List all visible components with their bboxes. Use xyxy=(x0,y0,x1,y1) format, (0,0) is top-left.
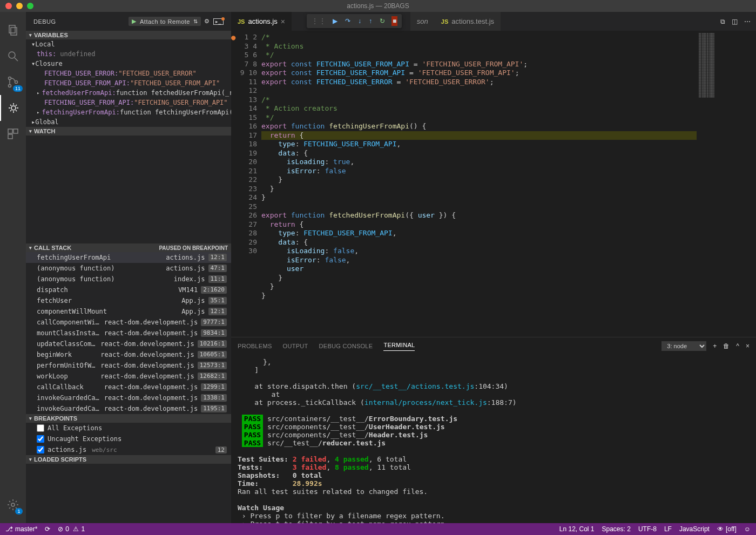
closure-var[interactable]: ▸fetchedUserFromApi: function fetchedUse… xyxy=(26,88,231,98)
variables-header[interactable]: ▾ VARIABLES xyxy=(26,31,231,39)
callstack-frame[interactable]: invokeGuardedCallbackreact-dom.developme… xyxy=(26,403,231,414)
minimap[interactable]: ████ ██████ ███ ████████ ████ ██████ ███… xyxy=(697,31,756,337)
indentation[interactable]: Spaces: 2 xyxy=(602,525,631,533)
callstack-frame[interactable]: dispatchVM1412:1620 xyxy=(26,285,231,295)
start-debug-icon[interactable]: ▶ xyxy=(132,18,137,25)
callstack-header[interactable]: ▾CALL STACK PAUSED ON BREAKPOINT xyxy=(26,243,231,252)
source-control-icon[interactable]: 11 xyxy=(0,69,26,95)
bottom-panel: PROBLEMS OUTPUT DEBUG CONSOLE TERMINAL 3… xyxy=(231,337,756,523)
close-window-button[interactable] xyxy=(5,3,12,9)
config-dropdown-icon[interactable]: ⇅ xyxy=(193,19,198,24)
step-into-button[interactable]: ↓ xyxy=(357,16,362,26)
closure-var[interactable]: FETCHING_USER_FROM_API: "FETCHING_USER_F… xyxy=(26,98,231,107)
panel-tab-output[interactable]: OUTPUT xyxy=(283,343,308,349)
callstack-frame[interactable]: componentWillMountApp.js12:1 xyxy=(26,306,231,317)
callstack-frame[interactable]: fetchingUserFromApiactions.js12:1 xyxy=(26,252,231,263)
watch-header[interactable]: ▾WATCH xyxy=(26,127,231,136)
language-mode[interactable]: JavaScript xyxy=(679,525,710,533)
stop-button[interactable]: ■ xyxy=(392,16,397,26)
js-file-icon: JS xyxy=(238,18,245,25)
bp-uncaught-exceptions[interactable]: Uncaught Exceptions xyxy=(26,434,231,444)
callstack-frame[interactable]: fetchUserApp.js35:1 xyxy=(26,295,231,306)
debug-toolbar[interactable]: ⋮⋮ ▶ ↷ ↓ ↑ ↻ ■ xyxy=(307,14,402,28)
more-actions-icon[interactable]: ⋯ xyxy=(744,18,751,25)
scope-closure[interactable]: ▾Closure xyxy=(26,59,231,69)
debug-console-icon[interactable]: ▸_ xyxy=(213,18,224,25)
problems-indicator[interactable]: ⊘ 0 ⚠ 1 xyxy=(58,525,85,533)
scope-local[interactable]: ▾Local xyxy=(26,39,231,49)
eol[interactable]: LF xyxy=(664,525,672,533)
feedback-icon[interactable]: ☺ xyxy=(744,525,751,533)
close-panel-icon[interactable]: × xyxy=(746,342,750,350)
bp-file-entry[interactable]: actions.jsweb/src12 xyxy=(26,444,231,455)
js-file-icon: JS xyxy=(441,18,448,25)
compare-changes-icon[interactable]: ⧉ xyxy=(720,18,725,25)
breakpoints-header[interactable]: ▾BREAKPOINTS xyxy=(26,414,231,423)
callstack-frame[interactable]: updateClassComponentreact-dom.developmen… xyxy=(26,338,231,349)
explorer-icon[interactable] xyxy=(0,17,26,43)
callstack-frame[interactable]: performUnitOfWorkreact-dom.development.j… xyxy=(26,360,231,371)
debug-settings-icon[interactable]: ⚙ xyxy=(204,18,210,25)
callstack-frame[interactable]: callComponentWillMountreact-dom.developm… xyxy=(26,317,231,328)
scope-global[interactable]: ▸Global xyxy=(26,117,231,127)
callstack-frame[interactable]: beginWorkreact-dom.development.js10605:1 xyxy=(26,349,231,360)
editor-area: JS actions.js × ⋮⋮ ▶ ↷ ↓ ↑ ↻ ■ son JS ac… xyxy=(231,12,756,523)
activity-bar: 11 1 xyxy=(0,12,26,523)
new-terminal-icon[interactable]: + xyxy=(713,342,717,350)
callstack-frame[interactable]: mountClassInstancereact-dom.development.… xyxy=(26,328,231,338)
panel-tab-terminal[interactable]: TERMINAL xyxy=(383,342,415,351)
callstack-frame[interactable]: invokeGuardedCallbackDevreact-dom.develo… xyxy=(26,392,231,403)
svg-rect-8 xyxy=(8,129,12,133)
bp-all-exceptions[interactable]: All Exceptions xyxy=(26,423,231,434)
closure-var[interactable]: FETCHED_USER_FROM_API: "FETCHED_USER_FRO… xyxy=(26,78,231,88)
bp-all-checkbox[interactable] xyxy=(37,424,44,432)
var-this[interactable]: this: undefined xyxy=(26,49,231,59)
extensions-icon[interactable] xyxy=(0,121,26,147)
bp-uncaught-checkbox[interactable] xyxy=(37,435,44,443)
settings-icon[interactable]: 1 xyxy=(0,492,26,518)
code-editor[interactable]: ● 1 2 3 4 5 6 7 8 9 10 11 12 13 14 15 16… xyxy=(231,31,756,337)
callstack-frame[interactable]: (anonymous function)index.js11:1 xyxy=(26,274,231,285)
maximize-panel-icon[interactable]: ^ xyxy=(736,342,739,350)
continue-button[interactable]: ▶ xyxy=(332,16,339,26)
kill-terminal-icon[interactable]: 🗑 xyxy=(723,342,730,350)
debug-config-name: Attach to Remote xyxy=(140,18,190,25)
restart-button[interactable]: ↻ xyxy=(379,16,386,26)
callstack-frame[interactable]: workLoopreact-dom.development.js12682:1 xyxy=(26,371,231,382)
debug-icon[interactable] xyxy=(0,95,26,121)
terminal-output[interactable]: }, ] at store.dispatch.then (src/__test_… xyxy=(231,355,756,523)
cursor-position[interactable]: Ln 12, Col 1 xyxy=(559,525,595,533)
minimize-window-button[interactable] xyxy=(16,3,23,9)
terminal-selector[interactable]: 3: node xyxy=(662,341,706,351)
svg-rect-9 xyxy=(14,129,18,133)
watch-body[interactable] xyxy=(26,136,231,243)
closure-var[interactable]: ▸fetchingUserFromApi: function fetchingU… xyxy=(26,107,231,117)
close-tab-icon[interactable]: × xyxy=(281,17,285,26)
panel-tab-problems[interactable]: PROBLEMS xyxy=(238,343,272,349)
zoom-window-button[interactable] xyxy=(27,3,33,9)
callstack-frame[interactable]: callCallbackreact-dom.development.js1299… xyxy=(26,382,231,392)
step-over-button[interactable]: ↷ xyxy=(344,16,352,26)
branch-indicator[interactable]: ⎇ master* xyxy=(5,525,37,533)
callstack-frame[interactable]: (anonymous function)actions.js47:1 xyxy=(26,263,231,274)
callstack-list: fetchingUserFromApiactions.js12:1(anonym… xyxy=(26,252,231,414)
tab-json[interactable]: son xyxy=(410,12,435,31)
drag-handle-icon[interactable]: ⋮⋮ xyxy=(311,17,326,25)
svg-point-11 xyxy=(11,503,15,506)
debug-config-selector[interactable]: ▶ Attach to Remote ⇅ xyxy=(129,17,201,26)
encoding[interactable]: UTF-8 xyxy=(638,525,657,533)
live-share[interactable]: 👁 [off] xyxy=(717,525,737,533)
panel-tab-debug-console[interactable]: DEBUG CONSOLE xyxy=(319,343,373,349)
closure-var[interactable]: FETCHED_USER_ERROR: "FETCHED_USER_ERROR" xyxy=(26,69,231,78)
step-out-button[interactable]: ↑ xyxy=(368,16,373,26)
bp-file-checkbox[interactable] xyxy=(37,446,44,453)
split-editor-icon[interactable]: ◫ xyxy=(732,18,738,25)
sync-indicator[interactable]: ⟳ xyxy=(45,525,50,533)
loaded-scripts-header[interactable]: ▾LOADED SCRIPTS xyxy=(26,455,231,464)
svg-point-4 xyxy=(9,77,11,80)
tab-actions-js[interactable]: JS actions.js × xyxy=(231,12,292,31)
svg-rect-0 xyxy=(9,25,15,33)
tab-actions-test-js[interactable]: JS actions.test.js xyxy=(435,12,501,31)
search-icon[interactable] xyxy=(0,43,26,69)
svg-point-5 xyxy=(9,85,11,87)
